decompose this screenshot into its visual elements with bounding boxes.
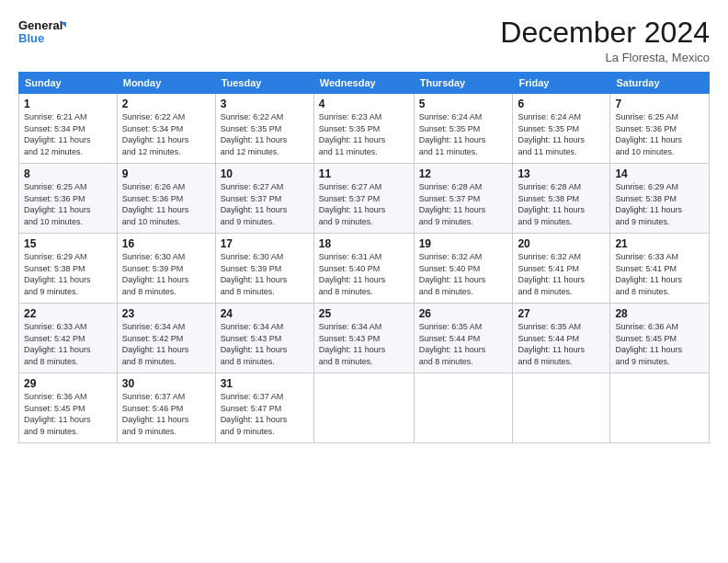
calendar-cell: 17Sunrise: 6:30 AM Sunset: 5:39 PM Dayli… <box>215 234 313 304</box>
day-of-week-header: Friday <box>513 73 610 94</box>
svg-text:Blue: Blue <box>18 31 44 45</box>
day-info: Sunrise: 6:34 AM Sunset: 5:43 PM Dayligh… <box>221 321 309 367</box>
calendar-cell <box>313 373 414 443</box>
day-info: Sunrise: 6:32 AM Sunset: 5:40 PM Dayligh… <box>419 251 508 297</box>
calendar-cell: 12Sunrise: 6:28 AM Sunset: 5:37 PM Dayli… <box>414 164 513 234</box>
day-info: Sunrise: 6:27 AM Sunset: 5:37 PM Dayligh… <box>319 181 409 227</box>
day-number: 25 <box>319 307 409 320</box>
day-info: Sunrise: 6:33 AM Sunset: 5:42 PM Dayligh… <box>24 321 112 367</box>
day-info: Sunrise: 6:21 AM Sunset: 5:34 PM Dayligh… <box>24 111 112 157</box>
day-number: 6 <box>518 98 605 110</box>
day-info: Sunrise: 6:32 AM Sunset: 5:41 PM Dayligh… <box>518 251 605 297</box>
day-number: 3 <box>221 98 309 110</box>
day-number: 18 <box>319 237 409 250</box>
day-number: 21 <box>615 237 704 250</box>
day-number: 31 <box>221 377 309 390</box>
calendar-cell: 29Sunrise: 6:36 AM Sunset: 5:45 PM Dayli… <box>19 373 118 443</box>
calendar-cell: 18Sunrise: 6:31 AM Sunset: 5:40 PM Dayli… <box>313 234 414 304</box>
calendar-cell: 11Sunrise: 6:27 AM Sunset: 5:37 PM Dayli… <box>313 164 414 234</box>
day-info: Sunrise: 6:34 AM Sunset: 5:43 PM Dayligh… <box>319 321 409 367</box>
day-number: 19 <box>419 237 508 250</box>
day-info: Sunrise: 6:33 AM Sunset: 5:41 PM Dayligh… <box>615 251 704 297</box>
day-number: 12 <box>419 167 508 180</box>
day-info: Sunrise: 6:30 AM Sunset: 5:39 PM Dayligh… <box>221 251 309 297</box>
day-number: 1 <box>24 98 112 110</box>
day-number: 13 <box>518 167 605 180</box>
calendar-cell: 4Sunrise: 6:23 AM Sunset: 5:35 PM Daylig… <box>313 94 414 164</box>
calendar-cell: 8Sunrise: 6:25 AM Sunset: 5:36 PM Daylig… <box>19 164 118 234</box>
calendar-cell: 23Sunrise: 6:34 AM Sunset: 5:42 PM Dayli… <box>117 304 215 373</box>
day-info: Sunrise: 6:37 AM Sunset: 5:47 PM Dayligh… <box>221 391 309 437</box>
calendar-cell: 1Sunrise: 6:21 AM Sunset: 5:34 PM Daylig… <box>19 94 118 164</box>
day-info: Sunrise: 6:29 AM Sunset: 5:38 PM Dayligh… <box>615 181 704 227</box>
svg-text:General: General <box>18 18 63 32</box>
day-info: Sunrise: 6:26 AM Sunset: 5:36 PM Dayligh… <box>122 181 210 227</box>
day-info: Sunrise: 6:24 AM Sunset: 5:35 PM Dayligh… <box>518 111 605 157</box>
day-info: Sunrise: 6:23 AM Sunset: 5:35 PM Dayligh… <box>319 111 409 157</box>
calendar-cell: 26Sunrise: 6:35 AM Sunset: 5:44 PM Dayli… <box>414 304 513 373</box>
calendar-cell <box>414 373 513 443</box>
day-number: 11 <box>319 167 409 180</box>
day-of-week-header: Sunday <box>19 73 118 94</box>
day-number: 27 <box>518 307 605 320</box>
day-info: Sunrise: 6:37 AM Sunset: 5:46 PM Dayligh… <box>122 391 210 437</box>
day-info: Sunrise: 6:29 AM Sunset: 5:38 PM Dayligh… <box>24 251 112 297</box>
day-number: 26 <box>419 307 508 320</box>
day-number: 7 <box>615 98 704 110</box>
logo-svg: General Blue <box>18 17 66 48</box>
calendar-cell: 5Sunrise: 6:24 AM Sunset: 5:35 PM Daylig… <box>414 94 513 164</box>
day-info: Sunrise: 6:28 AM Sunset: 5:37 PM Dayligh… <box>419 181 508 227</box>
day-number: 2 <box>122 98 210 110</box>
day-number: 16 <box>122 237 210 250</box>
calendar-cell <box>513 373 610 443</box>
logo: General Blue <box>18 17 66 48</box>
calendar-cell: 20Sunrise: 6:32 AM Sunset: 5:41 PM Dayli… <box>513 234 610 304</box>
day-number: 9 <box>122 167 210 180</box>
calendar-cell: 2Sunrise: 6:22 AM Sunset: 5:34 PM Daylig… <box>117 94 215 164</box>
day-of-week-header: Thursday <box>414 73 513 94</box>
calendar-cell: 15Sunrise: 6:29 AM Sunset: 5:38 PM Dayli… <box>19 234 118 304</box>
calendar-cell: 13Sunrise: 6:28 AM Sunset: 5:38 PM Dayli… <box>513 164 610 234</box>
day-info: Sunrise: 6:25 AM Sunset: 5:36 PM Dayligh… <box>615 111 704 157</box>
day-info: Sunrise: 6:22 AM Sunset: 5:35 PM Dayligh… <box>221 111 309 157</box>
calendar-cell <box>610 373 710 443</box>
calendar-cell: 25Sunrise: 6:34 AM Sunset: 5:43 PM Dayli… <box>313 304 414 373</box>
day-info: Sunrise: 6:31 AM Sunset: 5:40 PM Dayligh… <box>319 251 409 297</box>
day-number: 14 <box>615 167 704 180</box>
day-info: Sunrise: 6:22 AM Sunset: 5:34 PM Dayligh… <box>122 111 210 157</box>
calendar-cell: 7Sunrise: 6:25 AM Sunset: 5:36 PM Daylig… <box>610 94 710 164</box>
day-info: Sunrise: 6:27 AM Sunset: 5:37 PM Dayligh… <box>221 181 309 227</box>
calendar-cell: 19Sunrise: 6:32 AM Sunset: 5:40 PM Dayli… <box>414 234 513 304</box>
day-info: Sunrise: 6:25 AM Sunset: 5:36 PM Dayligh… <box>24 181 112 227</box>
day-number: 20 <box>518 237 605 250</box>
day-info: Sunrise: 6:35 AM Sunset: 5:44 PM Dayligh… <box>518 321 605 367</box>
day-info: Sunrise: 6:30 AM Sunset: 5:39 PM Dayligh… <box>122 251 210 297</box>
day-number: 4 <box>319 98 409 110</box>
month-title: December 2024 <box>500 17 710 49</box>
calendar-table: SundayMondayTuesdayWednesdayThursdayFrid… <box>18 72 710 443</box>
day-number: 10 <box>221 167 309 180</box>
page-header: General Blue December 2024 La Floresta, … <box>18 17 710 64</box>
calendar-cell: 21Sunrise: 6:33 AM Sunset: 5:41 PM Dayli… <box>610 234 710 304</box>
day-info: Sunrise: 6:36 AM Sunset: 5:45 PM Dayligh… <box>24 391 112 437</box>
day-number: 8 <box>24 167 112 180</box>
calendar-cell: 6Sunrise: 6:24 AM Sunset: 5:35 PM Daylig… <box>513 94 610 164</box>
day-number: 15 <box>24 237 112 250</box>
day-number: 5 <box>419 98 508 110</box>
location: La Floresta, Mexico <box>500 51 710 64</box>
calendar-cell: 27Sunrise: 6:35 AM Sunset: 5:44 PM Dayli… <box>513 304 610 373</box>
day-number: 23 <box>122 307 210 320</box>
day-of-week-header: Monday <box>117 73 215 94</box>
day-number: 30 <box>122 377 210 390</box>
day-info: Sunrise: 6:28 AM Sunset: 5:38 PM Dayligh… <box>518 181 605 227</box>
calendar-cell: 16Sunrise: 6:30 AM Sunset: 5:39 PM Dayli… <box>117 234 215 304</box>
day-number: 17 <box>221 237 309 250</box>
title-block: December 2024 La Floresta, Mexico <box>500 17 710 64</box>
day-info: Sunrise: 6:34 AM Sunset: 5:42 PM Dayligh… <box>122 321 210 367</box>
calendar-cell: 9Sunrise: 6:26 AM Sunset: 5:36 PM Daylig… <box>117 164 215 234</box>
calendar-cell: 3Sunrise: 6:22 AM Sunset: 5:35 PM Daylig… <box>215 94 313 164</box>
calendar-cell: 10Sunrise: 6:27 AM Sunset: 5:37 PM Dayli… <box>215 164 313 234</box>
day-number: 24 <box>221 307 309 320</box>
calendar-cell: 22Sunrise: 6:33 AM Sunset: 5:42 PM Dayli… <box>19 304 118 373</box>
calendar-cell: 31Sunrise: 6:37 AM Sunset: 5:47 PM Dayli… <box>215 373 313 443</box>
